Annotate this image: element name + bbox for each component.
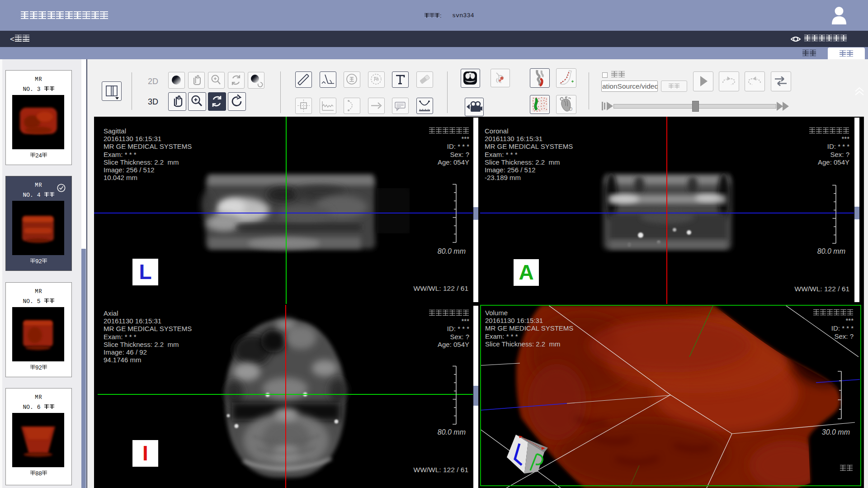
svg-text:D: D xyxy=(569,107,572,112)
